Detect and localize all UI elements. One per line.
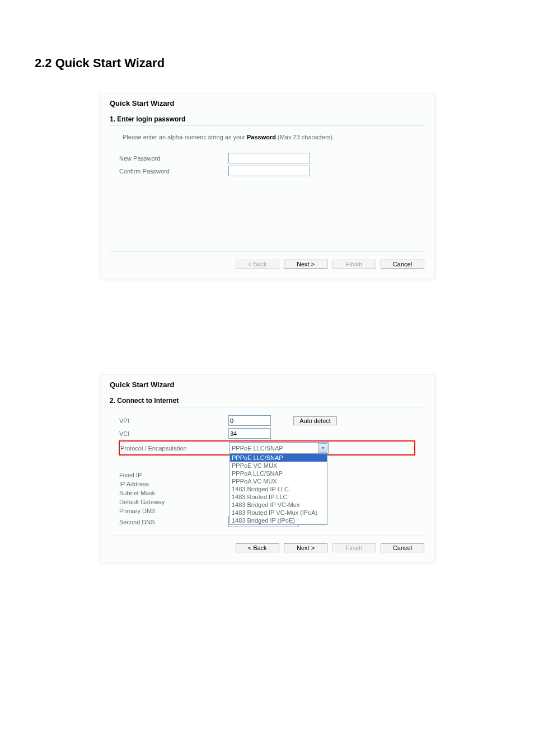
protocol-option[interactable]: PPPoA VC MUX	[230, 477, 327, 485]
next-button[interactable]: Next >	[284, 543, 327, 552]
protocol-option[interactable]: 1483 Bridged IP LLC	[230, 485, 327, 493]
protocol-option[interactable]: PPPoE LLC/SNAP	[230, 454, 327, 462]
back-button[interactable]: < Back	[236, 543, 279, 552]
default-gateway-label: Default Gateway	[119, 499, 228, 505]
wizard-title: Quick Start Wizard	[110, 99, 424, 107]
finish-button: Finish	[332, 260, 376, 269]
cancel-button[interactable]: Cancel	[381, 543, 424, 552]
quick-start-wizard-step2: Quick Start Wizard 2. Connect to Interne…	[99, 374, 435, 563]
step2-buttons: < Back Next > Finish Cancel	[110, 542, 424, 552]
protocol-option[interactable]: PPPoE VC MUX	[230, 462, 327, 469]
protocol-selected-value: PPPoE LLC/SNAP	[230, 445, 283, 452]
cancel-button[interactable]: Cancel	[381, 260, 424, 269]
new-password-label: New Password	[119, 155, 228, 162]
protocol-option[interactable]: 1483 Bridged IP VC-Mux	[230, 501, 327, 509]
confirm-password-label: Confirm Password	[119, 168, 228, 175]
protocol-option[interactable]: PPPoA LLC/SNAP	[230, 469, 327, 477]
protocol-dropdown-list[interactable]: PPPoE LLC/SNAP PPPoE VC MUX PPPoA LLC/SN…	[229, 453, 327, 525]
quick-start-wizard-step1: Quick Start Wizard 1. Enter login passwo…	[99, 93, 435, 279]
finish-button: Finish	[332, 543, 376, 552]
ip-address-label: IP Address	[119, 481, 228, 487]
step2-box: VPI Auto detect VCI Protocol / Encapsula…	[110, 407, 424, 536]
fixed-ip-label: Fixed IP	[119, 472, 228, 478]
password-hint: Please enter an alpha-numeric string as …	[123, 134, 415, 140]
vci-field[interactable]	[228, 428, 271, 439]
spacer	[119, 179, 415, 246]
section-heading: 2.2 Quick Start Wizard	[35, 56, 500, 71]
auto-detect-button[interactable]: Auto detect	[293, 416, 337, 425]
protocol-option[interactable]: 1483 Bridged IP (IPoE)	[230, 516, 327, 524]
hint-bold: Password	[247, 134, 276, 140]
step2-title: 2. Connect to Internet	[110, 397, 424, 405]
protocol-select[interactable]: PPPoE LLC/SNAP ▾ PPPoE LLC/SNAP PPPoE VC…	[229, 442, 329, 454]
chevron-down-icon: ▾	[318, 443, 327, 453]
next-button[interactable]: Next >	[284, 260, 327, 269]
step1-box: Please enter an alpha-numeric string as …	[110, 126, 424, 252]
wizard-title: Quick Start Wizard	[110, 381, 424, 389]
vpi-label: VPI	[119, 417, 228, 424]
spacer	[34, 313, 500, 358]
hint-post: (Max 23 characters).	[276, 134, 334, 140]
primary-dns-label: Primary DNS	[119, 508, 228, 514]
back-button: < Back	[236, 260, 279, 269]
vci-label: VCI	[119, 430, 228, 437]
protocol-option[interactable]: 1483 Routed IP VC-Mux (IPoA)	[230, 509, 327, 516]
protocol-option[interactable]: 1483 Routed IP LLC	[230, 493, 327, 501]
protocol-label: Protocol / Encapsulation	[119, 445, 229, 452]
new-password-field[interactable]	[228, 153, 310, 163]
step1-buttons: < Back Next > Finish Cancel	[110, 259, 424, 269]
subnet-mask-label: Subnet Mask	[119, 490, 228, 496]
step1-title: 1. Enter login password	[110, 115, 424, 123]
confirm-password-field[interactable]	[228, 166, 310, 176]
hint-pre: Please enter an alpha-numeric string as …	[123, 134, 247, 140]
vpi-field[interactable]	[228, 415, 271, 426]
second-dns-label: Second DNS	[119, 519, 228, 525]
